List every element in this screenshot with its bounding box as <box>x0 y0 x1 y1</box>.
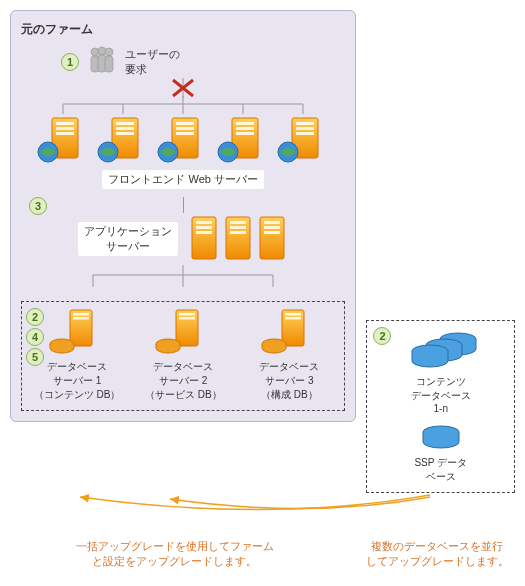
app-server-icon <box>222 213 254 265</box>
svg-rect-37 <box>296 122 314 125</box>
db-server-col: データベース サーバー 3 （構成 DB） <box>238 308 340 402</box>
svg-rect-22 <box>116 122 134 125</box>
svg-rect-46 <box>230 221 246 224</box>
svg-rect-33 <box>236 127 254 130</box>
parallel-db-panel: 2 コンテンツ データベース 1-n SSP データ ベース <box>366 320 515 493</box>
svg-rect-67 <box>285 313 301 316</box>
step-badge-1: 1 <box>61 53 79 71</box>
svg-point-2 <box>98 47 106 55</box>
db-servers-section: 2 4 5 データベース サーバー 1 （コンテンツ DB） データベース サー… <box>21 301 345 411</box>
svg-rect-59 <box>73 313 89 316</box>
web-server-icon <box>154 114 212 166</box>
step-badge-5: 5 <box>26 348 44 366</box>
svg-rect-51 <box>264 226 280 229</box>
step-badge-3: 3 <box>29 197 47 215</box>
fe-connector <box>33 96 333 114</box>
svg-rect-32 <box>236 122 254 125</box>
svg-rect-47 <box>230 226 246 229</box>
svg-rect-50 <box>264 221 280 224</box>
svg-rect-52 <box>264 231 280 234</box>
captions-row: 一括アップグレードを使用してファーム と設定をアップグレードします。 複数のデー… <box>10 539 515 569</box>
app-server-icon <box>256 213 288 265</box>
svg-rect-63 <box>179 313 195 316</box>
flow-arrows <box>10 493 520 525</box>
step-badge-2: 2 <box>26 308 44 326</box>
user-request-label: ユーザーの 要求 <box>125 47 180 77</box>
svg-rect-29 <box>176 132 194 135</box>
svg-rect-18 <box>56 127 74 130</box>
web-server-icon <box>274 114 332 166</box>
db-server-sub: （コンテンツ DB） <box>26 388 128 402</box>
svg-point-4 <box>105 48 113 56</box>
caption-right: 複数のデータベースを並行 してアップグレードします。 <box>360 539 515 569</box>
db-server-name: データベース サーバー 2 <box>132 360 234 388</box>
svg-rect-68 <box>285 317 301 320</box>
db-server-col: データベース サーバー 2 （サービス DB） <box>132 308 234 402</box>
user-request-row: 1 ユーザーの 要求 <box>61 46 345 78</box>
db-server-sub: （構成 DB） <box>238 388 340 402</box>
svg-rect-38 <box>296 127 314 130</box>
app-label: アプリケーション サーバー <box>78 222 178 256</box>
svg-rect-48 <box>230 231 246 234</box>
db-server-name: データベース サーバー 3 <box>238 360 340 388</box>
svg-rect-24 <box>116 132 134 135</box>
svg-rect-43 <box>196 226 212 229</box>
svg-rect-34 <box>236 132 254 135</box>
db-step-badges: 2 4 5 <box>26 308 44 366</box>
web-server-icon <box>34 114 92 166</box>
svg-point-0 <box>91 48 99 56</box>
content-db-icons <box>373 329 508 371</box>
ssp-db-icon <box>373 424 508 452</box>
svg-rect-5 <box>105 56 113 72</box>
svg-rect-64 <box>179 317 195 320</box>
db-connector <box>33 265 333 287</box>
step-badge-4: 4 <box>26 328 44 346</box>
users-icon <box>87 46 117 78</box>
svg-rect-39 <box>296 132 314 135</box>
caption-left: 一括アップグレードを使用してファーム と設定をアップグレードします。 <box>10 539 340 569</box>
web-server-icon <box>94 114 152 166</box>
svg-rect-42 <box>196 221 212 224</box>
ssp-db-label: SSP データ ベース <box>373 456 508 484</box>
app-server-icon <box>188 213 220 265</box>
svg-rect-27 <box>176 122 194 125</box>
app-servers-row: アプリケーション サーバー <box>21 213 345 265</box>
source-farm-panel: 元のファーム 1 ユーザーの 要求 <box>10 10 356 422</box>
connector-line <box>183 197 184 213</box>
svg-rect-19 <box>56 132 74 135</box>
db-server-sub: （サービス DB） <box>132 388 234 402</box>
frontend-servers-row <box>21 114 345 166</box>
web-server-icon <box>214 114 272 166</box>
frontend-label: フロントエンド Web サーバー <box>102 170 264 189</box>
svg-rect-60 <box>73 317 89 320</box>
svg-rect-17 <box>56 122 74 125</box>
farm-title: 元のファーム <box>21 21 345 38</box>
svg-rect-23 <box>116 127 134 130</box>
svg-rect-44 <box>196 231 212 234</box>
svg-rect-28 <box>176 127 194 130</box>
content-db-label: コンテンツ データベース 1-n <box>373 375 508 414</box>
